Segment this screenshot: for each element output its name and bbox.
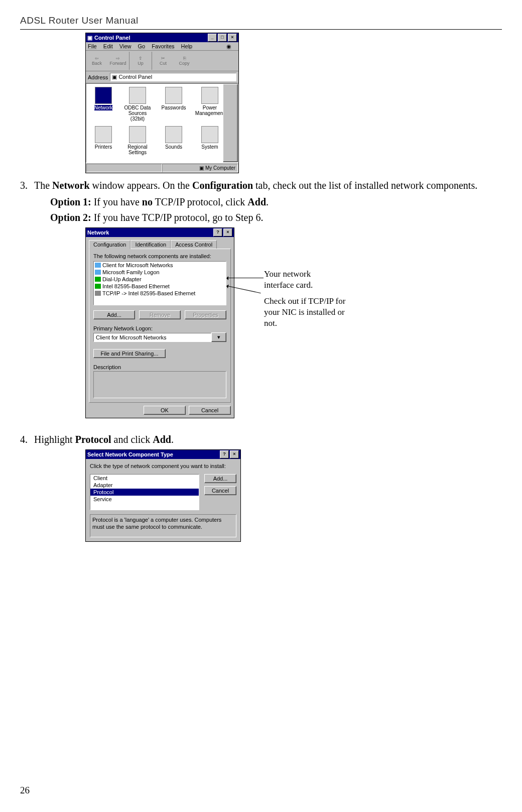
status-text: ▣ My Computer xyxy=(162,164,238,172)
component-type-list[interactable]: Client Adapter Protocol Service xyxy=(90,474,199,510)
icon-sounds[interactable]: Sounds xyxy=(159,126,189,150)
menu-edit[interactable]: Edit xyxy=(103,43,113,49)
callout-tcpip: Check out if TCP/IP for your NIC is inst… xyxy=(264,296,349,329)
address-field[interactable]: ▣ Control Panel xyxy=(110,73,236,81)
copy-button[interactable]: ⎘Copy xyxy=(174,52,194,70)
tabs: Configuration Identification Access Cont… xyxy=(86,237,234,249)
minimize-button[interactable]: _ xyxy=(208,34,217,42)
list-item[interactable]: Adapter xyxy=(90,482,199,489)
primary-logon-label: Primary Network Logon: xyxy=(93,325,226,331)
back-button[interactable]: ⇦Back xyxy=(87,52,107,70)
add-button[interactable]: Add... xyxy=(93,310,135,319)
select-component-window: Select Network Component Type ? × Click … xyxy=(85,449,241,542)
cut-button[interactable]: ✂Cut xyxy=(152,52,173,70)
page-number: 26 xyxy=(20,785,30,796)
maximize-button[interactable]: □ xyxy=(218,34,227,42)
primary-logon-combo[interactable]: Client for Microsoft Networks xyxy=(93,333,211,342)
file-print-sharing-button[interactable]: File and Print Sharing... xyxy=(93,349,166,358)
list-item-selected[interactable]: Protocol xyxy=(90,489,199,496)
ok-button[interactable]: OK xyxy=(144,406,186,415)
icon-printers[interactable]: Printers xyxy=(88,126,118,150)
window-title: Network xyxy=(87,229,212,236)
menu-help[interactable]: Help xyxy=(181,43,193,49)
close-button[interactable]: × xyxy=(223,228,232,237)
option-2: Option 2: If you have TCP/IP protocol, g… xyxy=(50,210,502,225)
icon-power[interactable]: Power Management xyxy=(195,87,225,116)
close-button[interactable]: × xyxy=(230,450,239,458)
icon-system[interactable]: System xyxy=(195,126,225,150)
list-item[interactable]: Dial-Up Adapter xyxy=(94,276,226,283)
icon-network[interactable]: Network xyxy=(88,87,118,110)
remove-button[interactable]: Remove xyxy=(139,310,181,319)
tab-access-control[interactable]: Access Control xyxy=(171,240,217,249)
description-box xyxy=(93,371,226,398)
list-prompt: The following network components are ins… xyxy=(93,253,226,259)
forward-button[interactable]: ⇨Forward xyxy=(108,52,128,70)
addressbar: Address ▣ Control Panel xyxy=(86,71,238,83)
titlebar: Select Network Component Type ? × xyxy=(86,450,240,459)
cancel-button[interactable]: Cancel xyxy=(204,486,236,495)
description-box: Protocol is a 'language' a computer uses… xyxy=(90,514,236,537)
add-button[interactable]: Add... xyxy=(204,474,236,483)
list-item[interactable]: Service xyxy=(90,496,199,503)
menu-favorites[interactable]: Favorites xyxy=(152,43,174,49)
sys-icon: ▣ xyxy=(87,35,92,41)
prompt-text: Click the type of network component you … xyxy=(86,459,240,470)
list-item[interactable]: Client xyxy=(90,475,199,482)
window-title: Control Panel xyxy=(92,35,207,41)
list-item[interactable]: Client for Microsoft Networks xyxy=(94,262,226,269)
icon-passwords[interactable]: Passwords xyxy=(159,87,189,110)
page-header: ADSL Router User Manual xyxy=(20,15,502,30)
callout-nic: Your network interface card. xyxy=(264,269,339,291)
properties-button[interactable]: Properties xyxy=(185,310,226,319)
menu-go[interactable]: Go xyxy=(138,43,146,49)
step-number: 4. xyxy=(20,432,34,446)
step-number: 3. xyxy=(20,178,34,192)
help-button[interactable]: ? xyxy=(220,450,229,458)
component-list[interactable]: Client for Microsoft Networks Microsoft … xyxy=(93,261,226,305)
up-button[interactable]: ⇧Up xyxy=(129,52,151,70)
toolbar: ⇦Back ⇨Forward ⇧Up ✂Cut ⎘Copy xyxy=(86,51,238,71)
option-1: Option 1: If you have no TCP/IP protocol… xyxy=(50,194,502,210)
icon-odbc[interactable]: ODBC Data Sources (32bit) xyxy=(122,87,153,122)
tab-identification[interactable]: Identification xyxy=(130,240,171,249)
menu-file[interactable]: File xyxy=(88,43,97,49)
tab-configuration[interactable]: Configuration xyxy=(89,240,130,249)
combo-dropdown[interactable]: ▾ xyxy=(211,332,226,342)
titlebar: Network ? × xyxy=(86,228,234,237)
help-button[interactable]: ? xyxy=(213,228,222,237)
icon-regional[interactable]: Regional Settings xyxy=(122,126,153,155)
close-button[interactable]: × xyxy=(228,34,237,42)
address-label: Address xyxy=(88,74,108,80)
description-label: Description xyxy=(93,364,226,370)
callout-arrow xyxy=(227,278,264,278)
list-item[interactable]: Microsoft Family Logon xyxy=(94,269,226,276)
window-title: Select Network Component Type xyxy=(87,451,219,457)
titlebar: ▣ Control Panel _ □ × xyxy=(86,33,238,42)
statusbar: ▣ My Computer xyxy=(86,163,238,173)
cancel-button[interactable]: Cancel xyxy=(189,406,231,415)
step-text: The Network window appears. On the Confi… xyxy=(34,178,502,192)
list-item[interactable]: TCP/IP -> Intel 82595-Based Ethernet xyxy=(94,290,226,297)
control-panel-window: ▣ Control Panel _ □ × File Edit View Go … xyxy=(85,33,239,173)
icon-area: Network ODBC Data Sources (32bit) Passwo… xyxy=(86,83,238,163)
step-text: Highlight Protocol and click Add. xyxy=(34,432,502,446)
menu-view[interactable]: View xyxy=(119,43,132,49)
scrollbar[interactable] xyxy=(223,84,238,162)
list-item[interactable]: Intel 82595-Based Ethernet xyxy=(94,283,226,290)
menubar: File Edit View Go Favorites Help ◉ xyxy=(86,42,238,51)
network-window: Network ? × Configuration Identification… xyxy=(85,227,234,418)
